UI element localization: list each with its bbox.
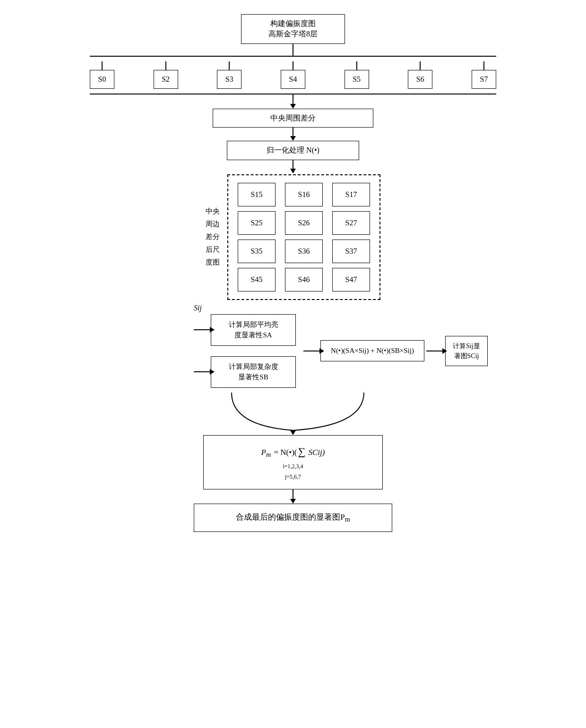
equals-label: = N(•)(: [272, 445, 297, 460]
summary-formula-line: Pm = N(•)( ∑ SCij): [218, 442, 368, 461]
s-col-s7: S7: [472, 61, 496, 89]
grid-s45: S45: [238, 268, 276, 291]
comp-row-2: 计算局部复杂度 显著性SB: [194, 356, 296, 388]
sij-label: Sij: [194, 304, 202, 312]
s-col-s5: S5: [345, 61, 369, 89]
side-label: 中央周边差分后尺度图: [206, 205, 220, 269]
box-s5: S5: [345, 70, 369, 89]
formula-label: N(•)(SA×Sij) + N(•)(SB×Sij): [331, 347, 414, 354]
pm-label: Pm: [261, 445, 271, 461]
s-col-s2: S2: [154, 61, 178, 89]
comp-sa-line2: 度显著性SA: [234, 331, 272, 339]
summary-section: Pm = N(•)( ∑ SCij) i=1,2,3,4 j=5,6,7 合成最…: [194, 435, 392, 532]
normalize-label: 归一化处理 N(•): [267, 146, 319, 154]
s-col-s0: S0: [90, 61, 114, 89]
curved-connector: [90, 393, 496, 435]
comp-row-1: 计算局部平均亮 度显著性SA: [194, 314, 296, 346]
normalize-box: 归一化处理 N(•): [227, 141, 359, 160]
s-col-s4: S4: [281, 61, 305, 89]
grid-s25: S25: [238, 211, 276, 235]
comp-sb-line2: 显著性SB: [238, 373, 268, 381]
grid-row-4: S45 S46 S47: [238, 268, 370, 291]
s-row-section: S0 S2 S3 S4 S5: [90, 56, 496, 94]
box-s0: S0: [90, 70, 114, 89]
summary-formula-box: Pm = N(•)( ∑ SCij) i=1,2,3,4 j=5,6,7: [203, 435, 383, 489]
top-flow: 构建偏振度图 高斯金字塔8层 S0 S2: [90, 14, 496, 532]
comp-box-sb: 计算局部复杂度 显著性SB: [211, 356, 296, 388]
s-col-s3: S3: [217, 61, 241, 89]
grid-s36: S36: [285, 240, 323, 263]
arrow-sa: [194, 329, 211, 330]
diagram-container: 构建偏振度图 高斯金字塔8层 S0 S2: [90, 14, 496, 532]
arrow-to-formula: [303, 351, 320, 351]
box-s4: S4: [281, 70, 305, 89]
box-s2: S2: [154, 70, 178, 89]
comp-boxes-col: 计算局部平均亮 度显著性SA 计算局部复杂度 显著性: [194, 314, 296, 388]
dashed-grid-container: S15 S16 S17 S25 S26 S27 S35 S36 S37 S45 …: [227, 174, 380, 300]
s-col-s6: S6: [408, 61, 432, 89]
formula-row: N(•)(SA×Sij) + N(•)(SB×Sij) 计算Sij显 著图SCi…: [303, 336, 488, 366]
result-line1: 计算Sij显: [453, 343, 480, 350]
top-box-line2: 高斯金字塔8层: [268, 30, 318, 38]
grid-s46: S46: [285, 268, 323, 291]
grid-row-2: S25 S26 S27: [238, 211, 370, 235]
svg-marker-1: [290, 430, 296, 435]
box-s3: S3: [217, 70, 241, 89]
center-surrounding-section: 中央周围差分: [213, 109, 373, 141]
v-line-1: [293, 44, 293, 56]
box-s7: S7: [472, 70, 496, 89]
arrow-to-center: [290, 94, 296, 109]
final-label: 合成最后的偏振度图的显著图Pm: [236, 513, 350, 522]
arrow-sb: [194, 371, 211, 372]
comp-sa-line1: 计算局部平均亮: [229, 321, 278, 328]
s-boxes-row: S0 S2 S3 S4 S5: [90, 57, 496, 94]
arrow-to-final: [290, 499, 296, 504]
grid-s15: S15: [238, 183, 276, 206]
comp-section: 计算局部平均亮 度显著性SA 计算局部复杂度 显著性: [194, 314, 488, 388]
grid-s17: S17: [332, 183, 370, 206]
grid-s16: S16: [285, 183, 323, 206]
top-box: 构建偏振度图 高斯金字塔8层: [241, 14, 345, 44]
sigma-range-i: i=1,2,3,4: [283, 463, 303, 470]
sigma-symbol: ∑: [298, 442, 306, 461]
grid-s27: S27: [332, 211, 370, 235]
sij-section: Sij 计算局部平均亮 度显著性: [90, 304, 496, 388]
sigma-range-j: j=5,6,7: [285, 473, 301, 480]
sigma-range: i=1,2,3,4 j=5,6,7: [218, 462, 368, 482]
normalize-section: 归一化处理 N(•): [227, 141, 359, 173]
dashed-section: 中央周边差分后尺度图 S15 S16 S17 S25 S26 S27 S35 S…: [206, 174, 380, 300]
comp-sb-line1: 计算局部复杂度: [229, 363, 278, 370]
grid-s37: S37: [332, 240, 370, 263]
result-line2: 著图SCij: [454, 352, 479, 360]
comp-box-sa: 计算局部平均亮 度显著性SA: [211, 314, 296, 346]
center-surrounding-box: 中央周围差分: [213, 109, 373, 128]
result-box: 计算Sij显 著图SCij: [445, 336, 488, 366]
grid-s35: S35: [238, 240, 276, 263]
v-line-summary: [293, 489, 293, 499]
formula-box: N(•)(SA×Sij) + N(•)(SB×Sij): [320, 340, 424, 361]
grid-s26: S26: [285, 211, 323, 235]
final-box: 合成最后的偏振度图的显著图Pm: [194, 504, 392, 532]
box-s6: S6: [408, 70, 432, 89]
center-surrounding-label: 中央周围差分: [270, 114, 316, 122]
scij-label: SCij): [306, 445, 325, 460]
grid-row-3: S35 S36 S37: [238, 240, 370, 263]
top-box-line1: 构建偏振度图: [270, 19, 316, 27]
grid-row-1: S15 S16 S17: [238, 183, 370, 206]
arrow-to-result: [426, 351, 443, 351]
grid-s47: S47: [332, 268, 370, 291]
